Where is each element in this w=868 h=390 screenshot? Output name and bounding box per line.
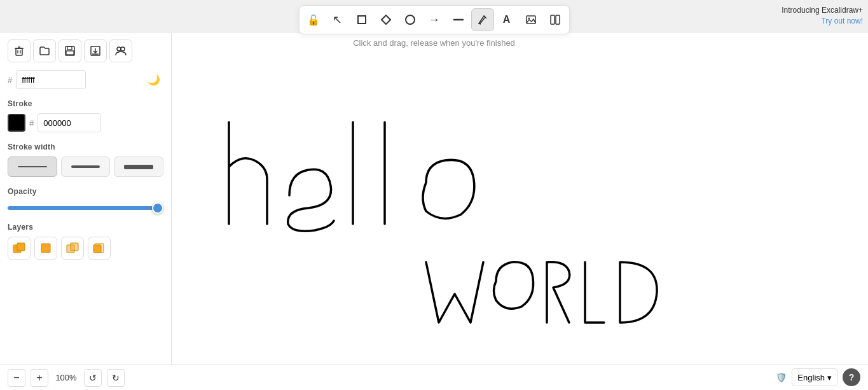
zoom-level-display: 100%	[53, 373, 79, 382]
dark-mode-btn[interactable]: 🌙	[144, 70, 163, 89]
undo-btn[interactable]: ↺	[84, 369, 102, 387]
bg-color-row: # 🌙	[8, 70, 163, 89]
svg-rect-10	[16, 48, 22, 55]
svg-point-21	[117, 47, 121, 51]
layers-row	[8, 237, 163, 260]
promo-link[interactable]: Try out now!	[821, 17, 863, 25]
center-toolbar: 🔓 ↖ → A	[299, 5, 570, 34]
line-tool-btn[interactable]	[447, 8, 470, 31]
image-tool-btn[interactable]	[520, 8, 542, 31]
shield-icon: 🛡️	[776, 372, 787, 382]
opacity-row: Opacity	[8, 187, 163, 212]
svg-line-5	[479, 24, 481, 24]
ellipse-tool-btn[interactable]	[399, 8, 422, 31]
svg-rect-9	[556, 15, 560, 24]
bg-hash-symbol: #	[8, 75, 12, 85]
library-tool-btn[interactable]	[544, 8, 567, 31]
help-btn[interactable]: ?	[843, 368, 860, 386]
layer-2-btn[interactable]	[34, 237, 57, 260]
rectangle-tool-btn[interactable]	[350, 8, 373, 31]
svg-point-2	[406, 15, 415, 24]
zoom-out-btn[interactable]: −	[8, 369, 25, 387]
svg-rect-17	[66, 51, 74, 55]
bg-color-input[interactable]	[16, 70, 86, 89]
svg-point-22	[121, 47, 125, 51]
svg-rect-0	[358, 16, 366, 24]
layer-4-btn[interactable]	[88, 237, 111, 260]
stroke-width-label: Stroke width	[8, 143, 163, 151]
svg-rect-8	[551, 15, 555, 24]
canvas-area[interactable]	[172, 33, 868, 365]
layers-label: Layers	[8, 223, 163, 232]
svg-marker-1	[382, 15, 390, 24]
svg-rect-25	[41, 244, 50, 253]
export-btn[interactable]	[84, 39, 107, 62]
stroke-color-input[interactable]	[38, 113, 101, 132]
language-label: English	[797, 373, 825, 382]
promo-title: Introducing Excalidraw+	[782, 5, 863, 16]
hint-text: Click and drag, release when you're fini…	[353, 38, 515, 48]
lock-tool-btn[interactable]: 🔓	[302, 8, 325, 31]
svg-rect-24	[17, 243, 25, 251]
redo-btn[interactable]: ↻	[107, 369, 125, 387]
drawing-canvas[interactable]	[172, 33, 868, 365]
draw-tool-btn[interactable]	[471, 8, 494, 31]
stroke-width-row	[8, 157, 163, 177]
file-toolbar	[8, 39, 163, 62]
text-tool-btn[interactable]: A	[495, 8, 518, 31]
collaborate-btn[interactable]	[109, 39, 132, 62]
stroke-thick-btn[interactable]	[114, 157, 163, 177]
language-selector[interactable]: English ▾	[792, 368, 837, 386]
svg-rect-27	[71, 243, 78, 251]
diamond-tool-btn[interactable]	[375, 8, 397, 31]
bottom-right: 🛡️ English ▾ ?	[768, 365, 868, 390]
layer-3-btn[interactable]	[61, 237, 84, 260]
stroke-color-swatch[interactable]	[8, 114, 25, 132]
zoom-in-btn[interactable]: +	[31, 369, 48, 387]
opacity-slider[interactable]	[8, 206, 163, 210]
dropdown-icon: ▾	[827, 373, 832, 382]
stroke-hash-symbol: #	[29, 118, 34, 128]
select-tool-btn[interactable]: ↖	[326, 8, 349, 31]
stroke-section-label: Stroke	[8, 99, 163, 108]
layer-1-btn[interactable]	[8, 237, 31, 260]
left-sidebar: # 🌙 Stroke # Stroke width Opacity Layers	[0, 33, 172, 365]
promo-banner: Introducing Excalidraw+ Try out now!	[782, 5, 863, 27]
stroke-medium-btn[interactable]	[61, 157, 111, 177]
arrow-tool-btn[interactable]: →	[423, 8, 446, 31]
stroke-thin-btn[interactable]	[8, 157, 57, 177]
svg-point-7	[528, 18, 530, 20]
open-btn[interactable]	[33, 39, 56, 62]
stroke-row: #	[8, 113, 163, 132]
bottom-bar: − + 100% ↺ ↻	[0, 365, 868, 390]
delete-btn[interactable]	[8, 39, 31, 62]
opacity-label: Opacity	[8, 187, 163, 196]
save-btn[interactable]	[59, 39, 81, 62]
svg-rect-29	[93, 245, 101, 253]
